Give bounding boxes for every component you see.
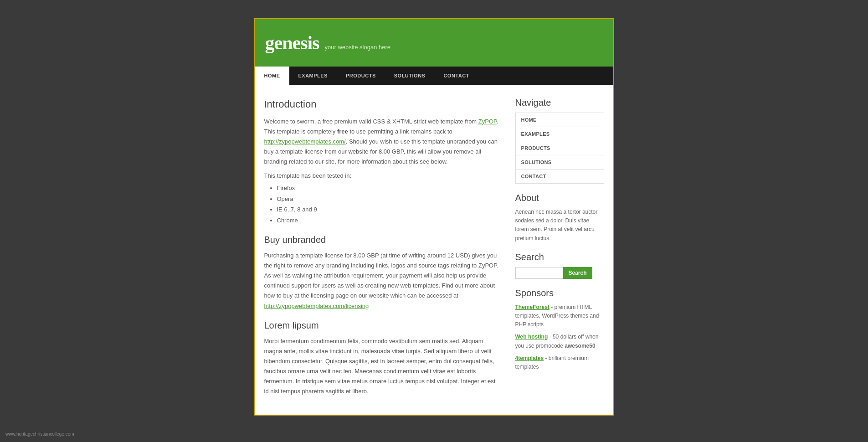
sponsor-themeforest: ThemeForest - premium HTML templates, Wo… bbox=[515, 303, 604, 329]
list-item: IE 6, 7, 8 and 9 bbox=[277, 204, 502, 215]
zypop-url-link[interactable]: http://zypopwebtemplates.com/ bbox=[264, 138, 346, 145]
sidebar-item-products[interactable]: PRODUCTS bbox=[516, 141, 604, 155]
about-text: Aenean nec massa a tortor auctor sodales… bbox=[515, 208, 604, 243]
list-item: Chrome bbox=[277, 215, 502, 226]
watermark: www.heritagechristiancollege.com bbox=[5, 432, 74, 437]
search-box-row: Search bbox=[515, 267, 604, 279]
site-frame: genesis your website slogan here HOME EX… bbox=[254, 18, 614, 416]
sidebar-nav: HOME EXAMPLES PRODUCTS SOLUTIONS CONTACT bbox=[515, 113, 604, 184]
sidebar: Navigate HOME EXAMPLES PRODUCTS SOLUTION… bbox=[515, 94, 604, 406]
sidebar-item-contact[interactable]: CONTACT bbox=[516, 170, 604, 183]
sidebar-item-home[interactable]: HOME bbox=[516, 113, 604, 127]
nav-solutions[interactable]: SOLUTIONS bbox=[385, 67, 435, 85]
content-wrapper: Introduction Welcome to sworm, a free pr… bbox=[255, 85, 613, 415]
site-logo: genesis your website slogan here bbox=[265, 32, 603, 54]
sponsor-webhosting: Web hosting - 50 dollars off when you us… bbox=[515, 333, 604, 350]
webhosting-link[interactable]: Web hosting bbox=[515, 334, 548, 340]
site-nav: HOME EXAMPLES PRODUCTS SOLUTIONS CONTACT bbox=[255, 67, 613, 85]
lorem-paragraph: Morbi fermentum condimentum felis, commo… bbox=[264, 336, 502, 397]
intro-paragraph: Welcome to sworm, a free premium valid C… bbox=[264, 117, 502, 167]
lorem-title: Lorem lipsum bbox=[264, 320, 502, 331]
buy-title: Buy unbranded bbox=[264, 235, 502, 245]
logo-slogan: your website slogan here bbox=[325, 44, 391, 51]
list-item: Opera bbox=[277, 194, 502, 204]
nav-products[interactable]: PRODUCTS bbox=[337, 67, 385, 85]
buy-paragraph: Purchasing a template license for 8.00 G… bbox=[264, 251, 502, 311]
main-content: Introduction Welcome to sworm, a free pr… bbox=[264, 94, 506, 406]
search-button[interactable]: Search bbox=[563, 267, 592, 279]
logo-text: genesis bbox=[265, 32, 319, 54]
sponsor-4templates: 4templates - brilliant premium templates bbox=[515, 354, 604, 371]
themeforest-link[interactable]: ThemeForest bbox=[515, 304, 550, 310]
sponsors-section: Sponsors ThemeForest - premium HTML temp… bbox=[515, 288, 604, 371]
sidebar-item-solutions[interactable]: SOLUTIONS bbox=[516, 155, 604, 170]
list-item: Firefox bbox=[277, 183, 502, 193]
tested-label: This template has been tested in: bbox=[264, 172, 502, 179]
search-title: Search bbox=[515, 252, 604, 262]
site-header: genesis your website slogan here bbox=[255, 19, 613, 67]
search-section: Search Search bbox=[515, 252, 604, 279]
nav-home[interactable]: HOME bbox=[255, 67, 289, 85]
search-input[interactable] bbox=[515, 267, 563, 279]
navigate-title: Navigate bbox=[515, 98, 604, 108]
tested-list: Firefox Opera IE 6, 7, 8 and 9 Chrome bbox=[264, 183, 502, 226]
sponsors-title: Sponsors bbox=[515, 288, 604, 298]
outer-wrapper: genesis your website slogan here HOME EX… bbox=[0, 0, 868, 442]
nav-examples[interactable]: EXAMPLES bbox=[289, 67, 337, 85]
promo-code: awesome50 bbox=[565, 343, 595, 349]
nav-contact[interactable]: CONTACT bbox=[434, 67, 478, 85]
intro-title: Introduction bbox=[264, 98, 502, 110]
4templates-link[interactable]: 4templates bbox=[515, 355, 544, 361]
about-title: About bbox=[515, 193, 604, 203]
sidebar-item-examples[interactable]: EXAMPLES bbox=[516, 127, 604, 141]
licensing-link[interactable]: http://zypopwebtemplates.com/licensing bbox=[264, 303, 369, 309]
zypop-link[interactable]: ZyPOP bbox=[478, 118, 497, 125]
